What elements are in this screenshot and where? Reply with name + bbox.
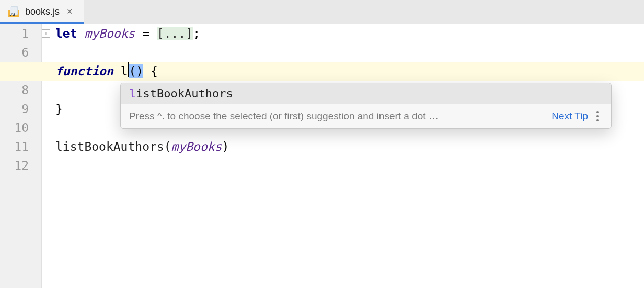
line-number: 10 bbox=[0, 118, 29, 137]
line-number: 11 bbox=[0, 137, 29, 156]
code-line[interactable]: let myBooks = [...]; bbox=[55, 24, 644, 43]
line-number: 12 bbox=[0, 156, 29, 175]
line-number: 1 bbox=[0, 24, 29, 43]
code-line[interactable] bbox=[55, 156, 644, 175]
tab-active-underline bbox=[0, 22, 84, 24]
next-tip-link[interactable]: Next Tip bbox=[551, 107, 588, 126]
line-number: 9 bbox=[0, 99, 29, 118]
code-area[interactable]: let myBooks = [...]; function l() { } li… bbox=[55, 24, 644, 288]
line-number: 8 bbox=[0, 81, 29, 99]
code-line[interactable] bbox=[55, 43, 644, 62]
folded-array-literal[interactable]: [...] bbox=[157, 27, 193, 40]
code-text bbox=[113, 64, 121, 78]
completion-hint-text: Press ^. to choose the selected (or firs… bbox=[129, 107, 547, 126]
completion-rest: istBookAuthors bbox=[136, 84, 233, 103]
completion-hint-bar: Press ^. to choose the selected (or firs… bbox=[121, 104, 611, 128]
paren-open: ( bbox=[129, 64, 136, 78]
close-icon[interactable]: × bbox=[65, 7, 75, 16]
completion-popup: listBookAuthors Press ^. to choose the s… bbox=[120, 83, 612, 129]
fold-end-icon[interactable]: − bbox=[42, 105, 50, 113]
code-text: ; bbox=[193, 27, 200, 40]
completion-item-listbookauthors[interactable]: listBookAuthors bbox=[121, 83, 611, 104]
typed-chars: l bbox=[121, 64, 128, 78]
fold-expand-icon[interactable]: + bbox=[42, 29, 50, 38]
svg-text:JS: JS bbox=[9, 12, 15, 17]
tab-books-js[interactable]: JS books.js × bbox=[0, 0, 84, 24]
code-text: } bbox=[55, 102, 63, 116]
code-text: ) bbox=[222, 140, 229, 153]
code-line[interactable]: listBookAuthors(myBooks) bbox=[55, 137, 644, 156]
keyword-function: function bbox=[55, 64, 113, 78]
completion-match: l bbox=[129, 84, 136, 103]
keyword-let: let bbox=[55, 27, 77, 40]
identifier-mybooks: myBooks bbox=[171, 140, 222, 153]
code-line[interactable]: function l() { bbox=[55, 62, 644, 81]
js-file-icon: JS bbox=[7, 5, 20, 18]
tab-label: books.js bbox=[25, 6, 60, 17]
line-number: 6 bbox=[0, 43, 29, 62]
code-editor[interactable]: 1 6 7 8 9 10 11 12 + − − let myBooks = [… bbox=[0, 24, 644, 288]
kebab-menu-icon[interactable] bbox=[592, 111, 603, 121]
tab-bar: JS books.js × bbox=[0, 0, 644, 24]
paren-close: ) bbox=[136, 64, 143, 78]
call-expression: listBookAuthors( bbox=[55, 140, 171, 153]
identifier-mybooks: myBooks bbox=[84, 27, 135, 40]
code-text: { bbox=[143, 64, 158, 78]
code-text: = bbox=[135, 27, 157, 40]
